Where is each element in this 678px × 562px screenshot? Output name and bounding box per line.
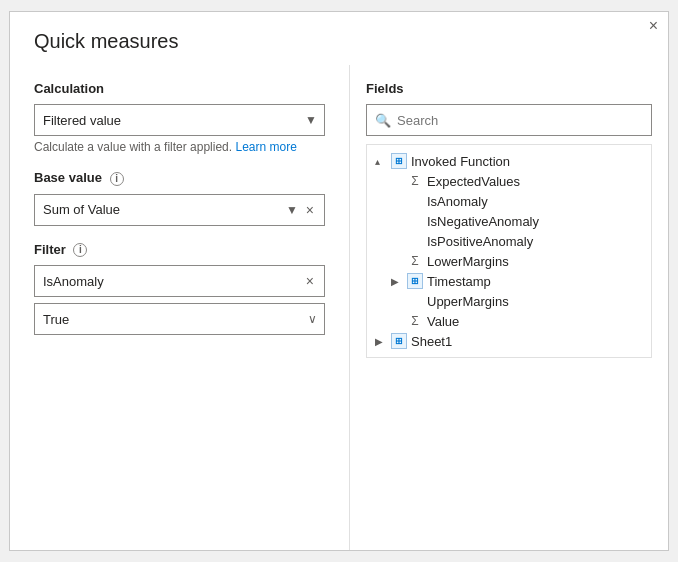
table-icon: ⊞ [391, 333, 407, 349]
spacer-icon [407, 233, 423, 249]
tree-label: LowerMargins [427, 254, 509, 269]
left-panel: Calculation Filtered value ▼ Calculate a… [10, 65, 350, 550]
search-box: 🔍 [366, 104, 652, 136]
expand-icon: ▶ [391, 276, 403, 287]
base-value-text: Sum of Value [43, 202, 280, 217]
spacer-icon [407, 213, 423, 229]
tree-item-isnegativeanomaly[interactable]: IsNegativeAnomaly [367, 211, 651, 231]
calculation-dropdown[interactable]: Filtered value [34, 104, 325, 136]
tree-label: IsNegativeAnomaly [427, 214, 539, 229]
spacer-icon [407, 193, 423, 209]
tree-label: IsAnomaly [427, 194, 488, 209]
filter-input[interactable] [43, 274, 304, 289]
filter-value-select[interactable]: True [34, 303, 325, 335]
tree-label: UpperMargins [427, 294, 509, 309]
base-value-info-icon[interactable]: i [110, 172, 124, 186]
tree-item-lowermargins[interactable]: Σ LowerMargins [367, 251, 651, 271]
tree-item-invoked-function[interactable]: ▴ ⊞ Invoked Function [367, 151, 651, 171]
filter-clear-button[interactable]: × [304, 274, 316, 288]
tree-item-sheet1[interactable]: ▶ ⊞ Sheet1 [367, 331, 651, 351]
tree-item-timestamp[interactable]: ▶ ⊞ Timestamp [367, 271, 651, 291]
tree-label: IsPositiveAnomaly [427, 234, 533, 249]
fields-tree: ▴ ⊞ Invoked Function Σ ExpectedValues Is… [366, 144, 652, 358]
base-value-dropdown-button[interactable]: ▼ [284, 204, 300, 216]
tree-label: ExpectedValues [427, 174, 520, 189]
tree-label: Value [427, 314, 459, 329]
collapse-icon: ▴ [375, 156, 387, 167]
fields-label: Fields [366, 81, 652, 96]
base-value-wrapper: Sum of Value ▼ × [34, 194, 325, 226]
filter-input-wrapper: × [34, 265, 325, 297]
calculation-description: Calculate a value with a filter applied.… [34, 140, 325, 154]
learn-more-link[interactable]: Learn more [235, 140, 296, 154]
tree-label: Timestamp [427, 274, 491, 289]
tree-item-uppermargins[interactable]: UpperMargins [367, 291, 651, 311]
tree-item-ispositiveanomaly[interactable]: IsPositiveAnomaly [367, 231, 651, 251]
search-input[interactable] [397, 113, 643, 128]
filter-label: Filter i [34, 242, 325, 258]
base-value-clear-button[interactable]: × [304, 203, 316, 217]
tree-item-value[interactable]: Σ Value [367, 311, 651, 331]
table-icon: ⊞ [391, 153, 407, 169]
sigma-icon: Σ [407, 173, 423, 189]
close-button[interactable]: × [649, 18, 658, 34]
calculation-label: Calculation [34, 81, 325, 96]
quick-measures-dialog: × Quick measures Calculation Filtered va… [9, 11, 669, 551]
dialog-title: Quick measures [10, 12, 668, 65]
table-icon: ⊞ [407, 273, 423, 289]
expand-icon: ▶ [375, 336, 387, 347]
search-icon: 🔍 [375, 113, 391, 128]
spacer-icon [407, 293, 423, 309]
right-panel: Fields 🔍 ▴ ⊞ Invoked Function Σ Expected… [350, 65, 668, 550]
filter-value-wrapper: True ∨ [34, 303, 325, 335]
tree-item-isanomaly[interactable]: IsAnomaly [367, 191, 651, 211]
sigma-icon: Σ [407, 313, 423, 329]
filter-info-icon[interactable]: i [73, 243, 87, 257]
calculation-dropdown-wrapper: Filtered value ▼ [34, 104, 325, 136]
tree-item-expectedvalues[interactable]: Σ ExpectedValues [367, 171, 651, 191]
sigma-icon: Σ [407, 253, 423, 269]
base-value-label: Base value i [34, 170, 325, 186]
tree-label: Sheet1 [411, 334, 452, 349]
tree-label: Invoked Function [411, 154, 510, 169]
dialog-body: Calculation Filtered value ▼ Calculate a… [10, 65, 668, 550]
